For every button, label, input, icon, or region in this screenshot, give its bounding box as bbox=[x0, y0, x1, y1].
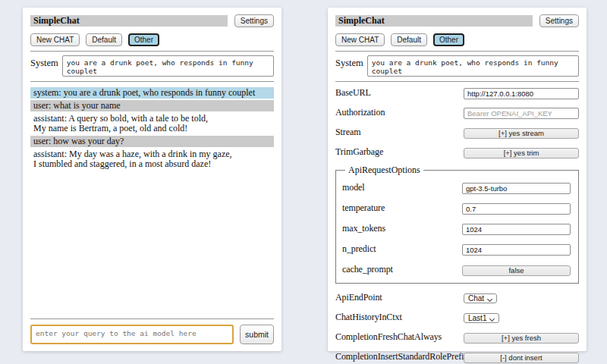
api-endpoint-label: ApiEndPoint bbox=[335, 292, 464, 303]
settings-toolbar: New CHAT Default Other bbox=[335, 33, 579, 46]
session-tab-default[interactable]: Default bbox=[86, 33, 122, 46]
query-input[interactable] bbox=[30, 325, 234, 344]
settings-row-baseurl: BaseURL bbox=[335, 86, 579, 99]
query-row: submit bbox=[30, 325, 274, 344]
temperature-input[interactable] bbox=[462, 203, 571, 215]
divider bbox=[335, 81, 579, 82]
stream-toggle-button[interactable]: [+] yes stream bbox=[464, 128, 579, 139]
settings-row-stream: Stream [+] yes stream bbox=[335, 125, 579, 139]
api-endpoint-selected-value: Chat bbox=[468, 294, 484, 303]
base-url-input[interactable] bbox=[464, 88, 579, 99]
settings-row-temperature: temperature bbox=[342, 201, 571, 215]
api-endpoint-select[interactable]: Chat bbox=[464, 293, 497, 303]
chat-panel: SimpleChat Settings New CHAT Default Oth… bbox=[23, 8, 281, 351]
settings-row-completion-fresh: CompletionFreshChatAlways [+] yes fresh bbox=[335, 330, 579, 344]
chat-message-user: user: how was your day? bbox=[30, 136, 274, 147]
system-prompt-row: System you are a drunk poet, who respond… bbox=[30, 55, 274, 77]
chat-message-list: system: you are a drunk poet, who respon… bbox=[30, 87, 274, 314]
max-tokens-input[interactable] bbox=[462, 224, 571, 235]
settings-row-cache-prompt: cache_prompt false bbox=[342, 262, 571, 276]
model-label: model bbox=[342, 182, 462, 193]
settings-row-max-tokens: max_tokens bbox=[342, 221, 571, 235]
api-request-options-fieldset: ApiRequestOptions model temperature max_… bbox=[335, 165, 579, 284]
settings-panel: SimpleChat Settings New CHAT Default Oth… bbox=[328, 8, 587, 351]
settings-header: SimpleChat Settings bbox=[335, 14, 579, 27]
cache-prompt-toggle-button[interactable]: false bbox=[462, 265, 571, 276]
trim-garbage-toggle-button[interactable]: [+] yes trim bbox=[464, 148, 579, 158]
stream-label: Stream bbox=[335, 127, 464, 138]
n-predict-label: n_predict bbox=[342, 243, 462, 255]
system-prompt-row: System you are a drunk poet, who respond… bbox=[335, 55, 579, 77]
settings-row-trimgarbage: TrimGarbage [+] yes trim bbox=[335, 145, 579, 158]
completion-insert-toggle-button[interactable]: [-] dont insert bbox=[464, 353, 579, 363]
cache-prompt-label: cache_prompt bbox=[342, 264, 462, 275]
session-tab-default[interactable]: Default bbox=[391, 33, 427, 46]
completion-insert-label: CompletionInsertStandardRolePrefix bbox=[335, 351, 464, 362]
n-predict-input[interactable] bbox=[462, 244, 571, 256]
divider bbox=[335, 51, 579, 52]
completion-fresh-toggle-button[interactable]: [+] yes fresh bbox=[464, 333, 579, 344]
authorization-input[interactable] bbox=[464, 108, 579, 119]
divider bbox=[30, 51, 274, 52]
authorization-label: Authorization bbox=[335, 107, 464, 118]
settings-button[interactable]: Settings bbox=[539, 14, 579, 27]
settings-row-authorization: Authorization bbox=[335, 105, 579, 119]
new-chat-button[interactable]: New CHAT bbox=[335, 33, 385, 46]
model-input[interactable] bbox=[462, 183, 571, 194]
temperature-label: temperature bbox=[342, 202, 462, 214]
chat-message-user: user: what is your name bbox=[30, 100, 274, 111]
system-prompt-input[interactable]: you are a drunk poet, who responds in fu… bbox=[367, 55, 579, 77]
session-tab-other[interactable]: Other bbox=[433, 33, 464, 46]
max-tokens-label: max_tokens bbox=[342, 223, 462, 234]
settings-row-completion-insert: CompletionInsertStandardRolePrefix [-] d… bbox=[335, 350, 579, 363]
chat-history-label: ChatHistoryInCtxt bbox=[335, 312, 464, 323]
chat-message-assistant: assistant: My day was a haze, with a dri… bbox=[30, 149, 274, 170]
settings-row-model: model bbox=[342, 180, 571, 194]
completion-fresh-label: CompletionFreshChatAlways bbox=[335, 331, 464, 343]
system-label: System bbox=[335, 55, 363, 69]
trim-garbage-label: TrimGarbage bbox=[335, 146, 464, 158]
settings-row-api-endpoint: ApiEndPoint Chat bbox=[335, 290, 579, 304]
app-title: SimpleChat bbox=[30, 15, 228, 27]
chevron-down-icon bbox=[487, 297, 492, 302]
settings-row-chat-history: ChatHistoryInCtxt Last1 bbox=[335, 310, 579, 324]
chat-message-assistant: assistant: A query so bold, with a tale … bbox=[30, 113, 274, 134]
chevron-down-icon bbox=[489, 316, 495, 322]
api-request-options-legend: ApiRequestOptions bbox=[345, 165, 423, 176]
session-tab-other[interactable]: Other bbox=[128, 33, 159, 46]
chat-message-system: system: you are a drunk poet, who respon… bbox=[30, 87, 274, 99]
system-prompt-input[interactable]: you are a drunk poet, who responds in fu… bbox=[62, 55, 274, 77]
settings-row-n-predict: n_predict bbox=[342, 242, 571, 256]
chat-header: SimpleChat Settings bbox=[30, 14, 274, 27]
chat-history-selected-value: Last1 bbox=[468, 314, 486, 322]
base-url-label: BaseURL bbox=[335, 87, 464, 99]
app-title: SimpleChat bbox=[335, 15, 533, 27]
system-label: System bbox=[30, 55, 58, 69]
chat-toolbar: New CHAT Default Other bbox=[30, 33, 274, 46]
divider bbox=[30, 318, 274, 319]
new-chat-button[interactable]: New CHAT bbox=[30, 33, 80, 46]
chat-history-select[interactable]: Last1 bbox=[464, 313, 499, 323]
submit-button[interactable]: submit bbox=[240, 325, 274, 344]
settings-button[interactable]: Settings bbox=[234, 14, 274, 27]
divider bbox=[30, 81, 274, 82]
